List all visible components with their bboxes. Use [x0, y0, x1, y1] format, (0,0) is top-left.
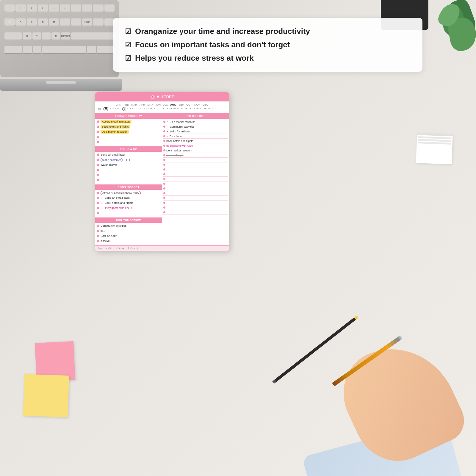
key-j: option — [82, 18, 92, 26]
key-x: N — [32, 32, 41, 40]
todo-item-8: rate-booking... — [163, 153, 228, 158]
task-item: Attend Sunsan's birthday Party — [97, 191, 160, 195]
key-ctrl — [4, 46, 22, 54]
right-dot — [163, 126, 165, 128]
notepad-white — [416, 133, 452, 164]
task-item: ✓ Book hotels and flights — [97, 201, 160, 205]
todo-item-3: ✗ Swim for an hour — [163, 129, 228, 134]
task-dot — [97, 240, 99, 242]
key-f1: J — [15, 4, 26, 12]
key-q — [71, 4, 81, 12]
for-tomorrow-body: Community activities jo... ...for an hou… — [95, 223, 162, 245]
follow-up-body: Send an email back to the customer ✦✦ Wa… — [95, 152, 162, 184]
task-dot — [97, 197, 99, 199]
todo-list-header: TO DO LIST — [162, 113, 229, 119]
todo-item-empty-10 — [163, 201, 228, 205]
footer-cancel[interactable]: ✗ Cancel — [128, 247, 138, 250]
key-shift — [4, 32, 22, 40]
task-item: ...for an hour — [97, 234, 160, 238]
key-f5: > — [60, 4, 70, 12]
todays-priority-body: Record meeting matters Book hotels and f… — [95, 119, 162, 146]
key-d: N — [38, 18, 48, 26]
info-item-1: ☑ Oranganize your time and increase prod… — [125, 27, 411, 36]
key-s: lt — [27, 18, 37, 26]
right-dot — [163, 183, 165, 185]
key-v: ⌘ — [51, 32, 60, 40]
task-dot — [97, 179, 99, 181]
task-text: Send an email back — [105, 196, 129, 199]
sticky-note-yellow — [23, 374, 69, 417]
footer-tips: Tips — [98, 247, 102, 250]
right-dot — [163, 192, 165, 194]
right-dot — [163, 145, 165, 147]
info-text-1: Oranganize your time and increase produc… — [135, 27, 310, 36]
key-esc — [4, 4, 15, 12]
key-f4: < — [49, 4, 59, 12]
planner-header: 🌸 ALLTREE — [95, 92, 229, 101]
footer-ok[interactable]: ✓ Ok — [106, 247, 111, 250]
task-dot — [97, 154, 99, 156]
key-h — [71, 18, 81, 26]
plant — [416, 0, 476, 83]
right-dot — [163, 140, 165, 142]
todo-item-6: go shopping with Alice — [163, 143, 228, 148]
task-dot — [97, 131, 99, 133]
check-icon-3: ☑ — [125, 54, 131, 62]
task-dot — [97, 120, 99, 123]
task-text: Do a market research — [101, 130, 129, 134]
task-text: ...for an hour — [101, 234, 117, 237]
task-text: jo... — [101, 229, 105, 232]
planner-left-column: TODAY'S PRIORITY Record meeting matters … — [95, 113, 162, 245]
todo-item-1: ✓ Do a market research — [163, 120, 228, 124]
right-dot — [163, 178, 165, 180]
todo-item-empty-5 — [163, 177, 228, 181]
info-text-3: Helps you reduce stress at work — [135, 54, 254, 63]
key-alt — [23, 46, 32, 54]
key-f2: K — [27, 4, 37, 12]
todo-item-empty-1 — [163, 158, 228, 162]
task-dot — [97, 207, 99, 209]
todo-item-4: ✓ Do a facial — [163, 134, 228, 139]
right-dot — [163, 135, 165, 137]
task-item: to the customer ✦✦ — [97, 158, 160, 162]
key-space — [71, 32, 115, 40]
task-item-empty — [97, 173, 160, 177]
key-z: B — [23, 32, 31, 40]
todo-item-empty-6 — [163, 181, 228, 186]
right-dot — [163, 173, 165, 175]
laptop-base — [0, 79, 122, 91]
task-dot — [97, 164, 99, 166]
footer-delay[interactable]: → Delay — [115, 247, 124, 250]
key-w — [82, 4, 92, 12]
task-text: Book hotels and flights — [101, 125, 130, 129]
task-dot — [97, 159, 99, 161]
task-item-empty — [97, 168, 160, 172]
task-text: Send an email back — [101, 153, 125, 156]
task-item: Book hotels and flights — [97, 125, 160, 129]
key-g — [60, 18, 70, 26]
todo-item-empty-8 — [163, 191, 228, 196]
right-dot — [163, 154, 165, 156]
for-tomorrow-header: FOR TOMORROW — [95, 217, 162, 223]
keyboard-row-2: H A lt N M option — [4, 18, 115, 31]
brand-name: ALLTREE — [157, 95, 174, 99]
task-item-empty-1 — [97, 135, 160, 139]
keyboard: J K L < > H A lt N M option B N ⌘ comman… — [0, 0, 119, 77]
check-icon-2: ☑ — [125, 41, 131, 49]
todo-item-empty-3 — [163, 167, 228, 172]
planner-content: TODAY'S PRIORITY Record meeting matters … — [95, 113, 229, 245]
todo-item-empty-12 — [163, 210, 228, 215]
todo-item-empty-11 — [163, 205, 228, 210]
task-text-circled: to the customer — [101, 158, 123, 162]
key-cmd — [33, 46, 42, 54]
keyboard-row-3: B N ⌘ command — [4, 32, 115, 45]
planner-calendar: JANFEBMARAPRMAYJUNJULAUGSEPOCTNOVDEC 20 … — [95, 101, 229, 113]
todo-item-5: Book hotels and flights — [163, 139, 228, 143]
task-dot — [97, 192, 99, 194]
task-item-empty — [97, 211, 160, 215]
key-c — [42, 32, 51, 40]
right-dot — [163, 159, 165, 161]
task-item: ✓ Send an email back — [97, 196, 160, 200]
right-dot — [163, 202, 165, 204]
key-spacebar — [42, 46, 86, 54]
